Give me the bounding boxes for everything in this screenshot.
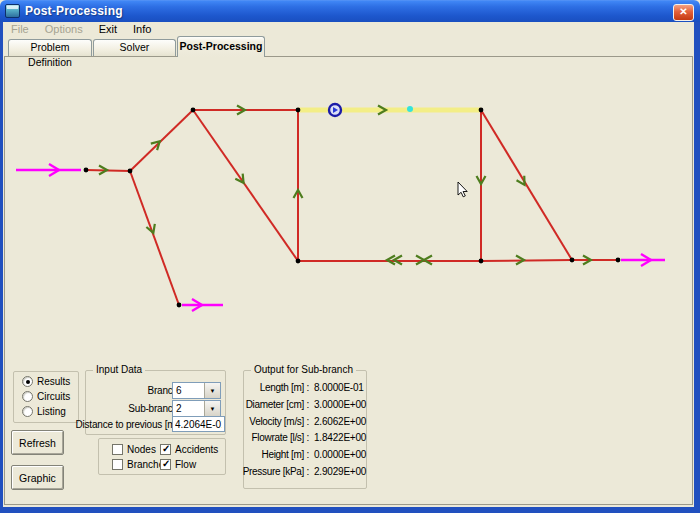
- app-icon: [5, 4, 20, 18]
- distance-label: Distance to previous [m]: [76, 419, 178, 430]
- mouse-cursor-icon: [458, 182, 467, 197]
- input-data-title: Input Data: [93, 364, 145, 375]
- subbranch-dropdown-button[interactable]: ▼: [204, 401, 220, 416]
- node-dot[interactable]: [128, 169, 133, 174]
- refresh-button[interactable]: Refresh: [11, 430, 64, 455]
- radio-results[interactable]: Results: [22, 376, 70, 387]
- node-dot[interactable]: [616, 258, 621, 263]
- chevron-down-icon: ▼: [210, 406, 216, 412]
- radio-label-listing: Listing: [37, 406, 66, 417]
- menu-bar: File Options Exit Info: [3, 22, 694, 36]
- checkbox-accidents[interactable]: Accidents: [160, 444, 218, 455]
- output-value: 0.0000E+00: [314, 449, 366, 460]
- branch-select[interactable]: 6 ▼: [172, 382, 221, 399]
- checkbox-flow[interactable]: Flow: [160, 459, 196, 470]
- boundary-flow-arrow: [621, 254, 665, 266]
- pipe-segment[interactable]: [193, 110, 298, 261]
- output-row-flowrate: Flowrate [l/s] : 1.8422E+00: [244, 432, 366, 444]
- pipe-segment[interactable]: [481, 260, 572, 261]
- radio-label-results: Results: [37, 376, 70, 387]
- radio-dot-circuits: [22, 391, 33, 402]
- output-value: 1.8422E+00: [314, 432, 366, 443]
- node-dot[interactable]: [479, 259, 484, 264]
- pipe-segment[interactable]: [130, 110, 193, 171]
- output-label: Diameter [cm] :: [246, 399, 309, 410]
- output-row-length: Length [m] : 8.0000E-01: [244, 382, 366, 394]
- output-group-title: Output for Sub-branch: [251, 364, 356, 375]
- title-bar: Post-Processing ✕: [0, 0, 700, 22]
- output-group: Output for Sub-branch Length [m] : 8.000…: [243, 370, 367, 489]
- tab-solver[interactable]: Solver: [93, 39, 176, 56]
- output-label: Length [m] :: [260, 382, 309, 393]
- checkbox-label-flow: Flow: [175, 459, 196, 470]
- radio-listing[interactable]: Listing: [22, 406, 66, 417]
- boundary-flow-arrow: [182, 299, 223, 311]
- menu-item-file: File: [3, 23, 37, 35]
- input-data-group: Input Data Branch 6 ▼ Sub-branch 2 ▼ Dis…: [85, 370, 226, 435]
- graphic-button[interactable]: Graphic: [11, 465, 64, 490]
- close-button[interactable]: ✕: [673, 4, 694, 21]
- output-label: Velocity [m/s] :: [249, 416, 309, 427]
- menu-item-exit[interactable]: Exit: [91, 23, 125, 35]
- output-value: 2.9029E+00: [314, 466, 366, 477]
- output-value: 2.6062E+00: [314, 416, 366, 427]
- pipe-segment[interactable]: [130, 171, 179, 305]
- output-row-velocity: Velocity [m/s] : 2.6062E+00: [244, 416, 366, 428]
- checkbox-label-accidents: Accidents: [175, 444, 218, 455]
- radio-dot-listing: [22, 406, 33, 417]
- node-dot[interactable]: [84, 168, 89, 173]
- node-dot[interactable]: [570, 258, 575, 263]
- subbranch-select[interactable]: 2 ▼: [172, 400, 221, 417]
- window-border-left: [0, 22, 3, 513]
- window-border-right: [694, 22, 700, 513]
- view-mode-group: Results Circuits Listing: [13, 371, 79, 423]
- pipe-segment[interactable]: [481, 110, 572, 260]
- node-dot[interactable]: [177, 303, 182, 308]
- app-window: Post-Processing ✕ File Options Exit Info…: [0, 0, 700, 513]
- output-label: Pressure [kPa] :: [243, 466, 309, 477]
- subbranch-value: 2: [173, 401, 204, 416]
- branch-value: 6: [173, 383, 204, 398]
- checkbox-box-flow: [160, 459, 171, 470]
- chevron-down-icon: ▼: [210, 388, 216, 394]
- radio-dot-results: [22, 376, 33, 387]
- node-dot[interactable]: [296, 108, 301, 113]
- network-diagram: [5, 57, 694, 369]
- output-row-diameter: Diameter [cm] : 3.0000E+00: [244, 399, 366, 411]
- accident-marker: [407, 106, 413, 112]
- output-value: 3.0000E+00: [314, 399, 366, 410]
- post-processing-page: Results Circuits Listing Refresh Graphic…: [4, 56, 693, 505]
- branch-dropdown-button[interactable]: ▼: [204, 383, 220, 398]
- selected-subbranch-marker: [329, 104, 341, 116]
- window-title: Post-Processing: [25, 4, 123, 18]
- checkbox-nodes[interactable]: Nodes: [112, 444, 156, 455]
- tab-post-processing[interactable]: Post-Processing: [177, 36, 265, 57]
- output-row-pressure: Pressure [kPa] : 2.9029E+00: [244, 466, 366, 478]
- output-label: Height [m] :: [261, 449, 309, 460]
- tab-strip: Problem Definition Solver Post-Processin…: [3, 36, 694, 57]
- output-value: 8.0000E-01: [314, 382, 364, 393]
- radio-label-circuits: Circuits: [37, 391, 70, 402]
- boundary-flow-arrow: [16, 164, 81, 176]
- menu-item-options: Options: [37, 23, 91, 35]
- checkbox-box-nodes: [112, 444, 123, 455]
- display-options-group: Nodes Accidents Branches Flow: [98, 438, 226, 475]
- window-border-bottom: [0, 507, 700, 513]
- tab-problem-definition[interactable]: Problem Definition: [8, 39, 92, 56]
- subbranch-label: Sub-branch: [128, 403, 178, 414]
- output-label: Flowrate [l/s] :: [252, 432, 309, 443]
- node-dot[interactable]: [479, 108, 484, 113]
- node-dot[interactable]: [296, 259, 301, 264]
- checkbox-label-nodes: Nodes: [127, 444, 156, 455]
- menu-item-info[interactable]: Info: [125, 23, 159, 35]
- checkbox-box-branches: [112, 459, 123, 470]
- output-row-height: Height [m] : 0.0000E+00: [244, 449, 366, 461]
- checkbox-box-accidents: [160, 444, 171, 455]
- radio-circuits[interactable]: Circuits: [22, 391, 70, 402]
- distance-field[interactable]: [172, 416, 225, 432]
- node-dot[interactable]: [191, 108, 196, 113]
